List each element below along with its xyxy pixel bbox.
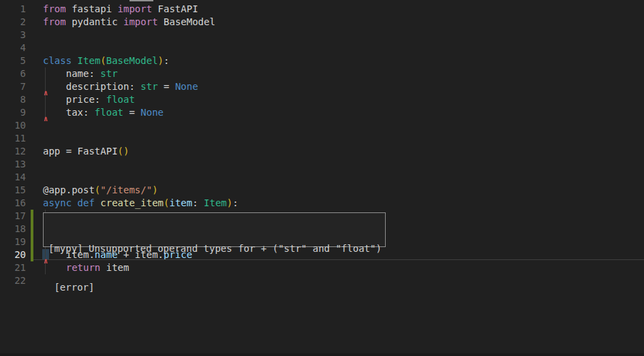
line-number: 1 bbox=[0, 3, 26, 16]
code-text: @app.post("/items/") bbox=[43, 184, 158, 197]
code-token: ) bbox=[158, 55, 164, 66]
line-number: 19 bbox=[0, 236, 26, 248]
code-token bbox=[72, 197, 77, 208]
code-token: description: bbox=[43, 81, 140, 92]
code-token: : bbox=[232, 197, 238, 208]
code-line[interactable]: 14 bbox=[0, 171, 644, 184]
code-line[interactable]: 13 bbox=[0, 158, 644, 171]
code-token: @app.post bbox=[43, 184, 95, 195]
code-token: tax: bbox=[43, 107, 95, 118]
code-token: FastAPI bbox=[152, 3, 198, 14]
code-token: = bbox=[158, 81, 175, 92]
code-token: name: bbox=[43, 68, 100, 79]
line-number: 16 bbox=[0, 197, 26, 210]
code-token: None bbox=[175, 81, 198, 92]
code-text: name: str bbox=[43, 67, 118, 80]
code-token: BaseModel bbox=[106, 55, 158, 66]
code-line[interactable]: 9 tax: float = None bbox=[0, 106, 644, 119]
code-token: pydantic bbox=[66, 16, 123, 27]
line-number: 4 bbox=[0, 42, 26, 54]
code-token: ) bbox=[227, 197, 232, 208]
code-token bbox=[72, 55, 77, 66]
code-text: class Item(BaseModel): bbox=[43, 54, 169, 67]
line-number: 9 bbox=[0, 106, 26, 119]
code-token: class bbox=[43, 55, 72, 66]
line-number: 15 bbox=[0, 184, 26, 197]
code-line[interactable]: 6 name: str bbox=[0, 67, 644, 80]
line-number: 12 bbox=[0, 145, 26, 158]
line-number: 10 bbox=[0, 119, 26, 132]
line-number: 17 bbox=[0, 210, 26, 223]
code-token: : bbox=[164, 55, 169, 66]
code-token: from bbox=[43, 16, 66, 27]
line-number: 3 bbox=[0, 29, 26, 42]
code-token: BaseModel bbox=[158, 16, 215, 27]
line-number: 2 bbox=[0, 16, 26, 29]
code-line[interactable]: 4 bbox=[0, 42, 644, 54]
code-token: async bbox=[43, 197, 72, 208]
diagnostic-caret-icon: ∧ bbox=[42, 89, 49, 97]
code-line[interactable]: 12app = FastAPI() bbox=[0, 145, 644, 158]
code-line[interactable]: 7 description: str = None bbox=[0, 80, 644, 93]
diagnostic-severity: [error] bbox=[48, 281, 385, 294]
code-token: fastapi bbox=[66, 3, 118, 14]
line-number: 20 bbox=[0, 248, 26, 261]
code-editor[interactable]: 1from fastapi import FastAPI2from pydant… bbox=[0, 0, 644, 356]
code-line[interactable]: 8 price: float bbox=[0, 93, 644, 106]
code-token: def bbox=[78, 197, 95, 208]
diagnostic-message: [mypy] Unsupported operand types for + (… bbox=[48, 242, 385, 255]
code-text: description: str = None bbox=[43, 80, 198, 93]
line-number: 13 bbox=[0, 158, 26, 171]
code-line[interactable]: 1from fastapi import FastAPI bbox=[0, 3, 644, 16]
line-number: 22 bbox=[0, 274, 26, 287]
code-token: create_item bbox=[100, 197, 164, 208]
line-number: 5 bbox=[0, 54, 26, 67]
code-token: ( bbox=[100, 55, 106, 66]
code-token: app = FastAPI bbox=[43, 146, 118, 157]
line-number: 11 bbox=[0, 132, 26, 145]
code-token: item bbox=[169, 197, 192, 208]
code-token: = bbox=[123, 107, 140, 118]
code-line[interactable]: 2from pydantic import BaseModel bbox=[0, 16, 644, 29]
line-number: 8 bbox=[0, 93, 26, 106]
code-token: float bbox=[95, 107, 123, 118]
code-token: Item bbox=[78, 55, 101, 66]
code-line[interactable]: 3 bbox=[0, 29, 644, 42]
code-token: import bbox=[118, 3, 153, 14]
line-number: 21 bbox=[0, 261, 26, 274]
diagnostic-caret-icon: ∧ bbox=[42, 115, 49, 123]
code-text: app = FastAPI() bbox=[43, 145, 129, 158]
code-text: async def create_item(item: Item): bbox=[43, 197, 239, 210]
code-line[interactable]: 11 bbox=[0, 132, 644, 145]
code-text: from pydantic import BaseModel bbox=[43, 16, 215, 29]
diagnostic-tooltip: [mypy] Unsupported operand types for + (… bbox=[43, 212, 386, 247]
code-token: : bbox=[192, 197, 204, 208]
line-number: 7 bbox=[0, 80, 26, 93]
code-line[interactable]: 5class Item(BaseModel): bbox=[0, 54, 644, 67]
code-text: from fastapi import FastAPI bbox=[43, 3, 198, 16]
code-line[interactable]: 15@app.post("/items/") bbox=[0, 184, 644, 197]
code-text: tax: float = None bbox=[43, 106, 164, 119]
code-line[interactable]: 16async def create_item(item: Item): bbox=[0, 197, 644, 210]
code-token: str bbox=[140, 81, 157, 92]
git-change-bar bbox=[31, 210, 33, 261]
code-token: "/items/" bbox=[100, 184, 152, 195]
code-text: price: float bbox=[43, 93, 135, 106]
code-token: import bbox=[123, 16, 158, 27]
code-token: None bbox=[140, 107, 164, 118]
bottom-edge-strip bbox=[0, 353, 644, 356]
line-number: 18 bbox=[0, 223, 26, 236]
line-number: 6 bbox=[0, 67, 26, 80]
code-token: () bbox=[118, 146, 129, 157]
code-token: from bbox=[43, 3, 66, 14]
code-token: str bbox=[100, 68, 117, 79]
code-token: Item bbox=[204, 197, 227, 208]
code-token: float bbox=[106, 94, 135, 105]
code-token: ) bbox=[152, 184, 157, 195]
top-edge-artifact bbox=[129, 0, 153, 1]
line-number: 14 bbox=[0, 171, 26, 184]
code-line[interactable]: 10 bbox=[0, 119, 644, 132]
code-token: price: bbox=[43, 94, 106, 105]
